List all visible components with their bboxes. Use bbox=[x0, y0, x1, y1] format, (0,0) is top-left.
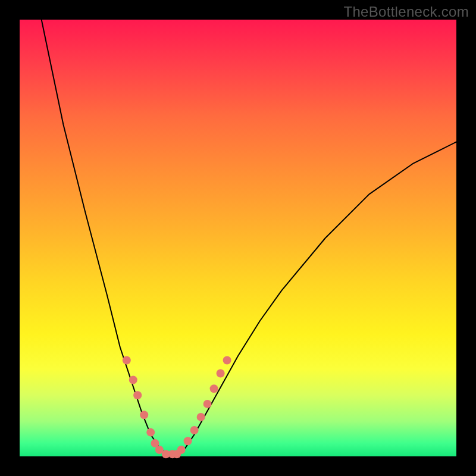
marker-dot bbox=[197, 413, 205, 421]
marker-dot bbox=[184, 437, 192, 445]
curve-line bbox=[42, 20, 456, 456]
chart-svg bbox=[20, 20, 456, 456]
marker-dot bbox=[123, 356, 131, 365]
marker-dot bbox=[190, 426, 199, 434]
chart-frame: TheBottleneck.com bbox=[0, 0, 476, 476]
marker-dot bbox=[140, 411, 148, 419]
bottleneck-curve-path bbox=[42, 20, 456, 456]
marker-dot bbox=[217, 369, 225, 378]
curve-markers bbox=[123, 356, 231, 459]
plot-area bbox=[20, 20, 456, 456]
marker-dot bbox=[203, 400, 212, 408]
marker-dot bbox=[210, 384, 218, 393]
marker-dot bbox=[146, 428, 155, 437]
marker-dot bbox=[223, 356, 231, 365]
marker-dot bbox=[133, 391, 142, 399]
marker-dot bbox=[129, 376, 137, 384]
marker-dot bbox=[177, 446, 186, 454]
watermark-text: TheBottleneck.com bbox=[343, 4, 469, 20]
